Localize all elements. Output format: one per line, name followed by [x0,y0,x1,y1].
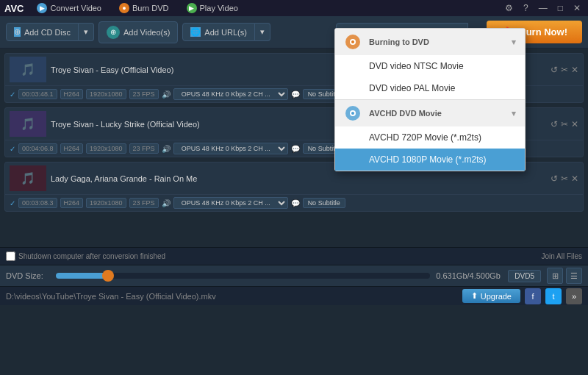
dvd-size-value: 0.631Gb/4.500Gb [436,271,502,280]
more-icon: » [572,292,576,301]
dvd-type-button[interactable]: DVD5 [508,270,541,282]
loop-icon[interactable]: ↺ [551,119,558,129]
status-bar: D:\videos\YouTube\Troye Sivan - Easy (Of… [0,286,588,305]
check-icon: ✓ [10,90,15,99]
add-url-group: 🌐 Add URL(s) ▾ [182,23,270,41]
burn-dvd-icon: ● [119,3,129,13]
burning-dvd-icon [344,33,362,51]
remove-icon[interactable]: ✕ [571,119,578,129]
svg-point-5 [351,112,354,115]
play-video-icon: ▶ [187,3,197,13]
title-nav: ▶ Convert Video ● Burn DVD ▶ Play Video [29,1,245,15]
shutdown-checkbox[interactable] [6,251,15,261]
loop-icon[interactable]: ↺ [551,174,558,184]
help-icon[interactable]: ? [520,2,531,14]
audio-select[interactable]: OPUS 48 KHz 0 Kbps 2 CH ... [173,88,288,100]
video-actions: ↺ ✂ ✕ [551,174,578,184]
add-cd-icon: ⊕ [14,27,21,37]
format-dropdown: Burning to DVD ▾ DVD video NTSC Movie DV… [334,28,526,171]
upgrade-button[interactable]: ⬆ Upgrade [462,289,520,303]
speaker-icon: 🔊 [162,199,171,207]
fps-badge: 23 FPS [129,198,159,208]
remove-icon[interactable]: ✕ [571,174,578,184]
subtitle-icon: 💬 [291,90,300,99]
duration-badge: 00:04:06.8 [18,143,57,154]
maximize-button[interactable]: □ [555,2,566,14]
resolution-badge: 1920x1080 [86,198,126,208]
app-logo: AVC [4,3,24,14]
add-videos-icon: ⊕ [107,26,120,39]
title-bar-left: AVC ▶ Convert Video ● Burn DVD ▶ Play Vi… [4,1,245,15]
dvd-list-icon[interactable]: ☰ [566,268,582,284]
cut-icon[interactable]: ✂ [561,119,568,129]
add-url-button[interactable]: 🌐 Add URL(s) [182,23,254,41]
dvd-size-bar: DVD Size: 0.631Gb/4.500Gb DVD5 ⊞ ☰ [0,265,588,286]
bottom-bar: Shutdown computer after conversion finis… [0,248,588,265]
minimize-button[interactable]: — [536,2,551,14]
dvd-progress-fill [56,273,108,279]
subtitle-badge[interactable]: No Subtitle [303,198,345,208]
fps-badge: 23 FPS [129,89,159,99]
codec-badge: H264 [60,143,84,154]
settings-icon[interactable]: ⚙ [502,2,516,14]
add-url-arrow[interactable]: ▾ [255,23,270,41]
audio-select[interactable]: OPUS 48 KHz 0 Kbps 2 CH ... [173,197,288,209]
loop-icon[interactable]: ↺ [551,65,558,75]
dvd-progress-track [56,273,430,279]
video-thumbnail: 🎵 [10,165,46,191]
codec-badge: H264 [60,198,84,208]
facebook-button[interactable]: f [525,288,541,304]
status-path: D:\videos\YouTube\Troye Sivan - Easy (Of… [6,292,216,301]
video-title: Lady Gaga, Ariana Grande - Rain On Me [51,174,546,183]
subtitle-icon: 💬 [291,145,300,153]
duration-badge: 00:03:08.3 [18,198,57,208]
add-videos-button[interactable]: ⊕ Add Video(s) [98,21,178,43]
dvd-icon-group: ⊞ ☰ [547,268,582,284]
resolution-badge: 1920x1080 [86,143,126,154]
more-button[interactable]: » [566,288,582,304]
video-actions: ↺ ✂ ✕ [551,119,578,129]
cut-icon[interactable]: ✂ [561,174,568,184]
speaker-icon: 🔊 [162,145,171,153]
add-cd-disc-arrow[interactable]: ▾ [79,23,94,41]
convert-video-icon: ▶ [37,3,47,13]
dropdown-item-720p[interactable]: AVCHD 720P Movie (*.m2ts) [335,126,525,149]
nav-play-video[interactable]: ▶ Play Video [179,1,245,15]
title-bar-right: ⚙ ? — □ ✕ [502,2,584,14]
video-thumbnail: 🎵 [10,111,46,137]
duration-badge: 00:03:48.1 [18,89,57,99]
resolution-badge: 1920x1080 [86,89,126,99]
dropdown-item-1080p[interactable]: AVCHD 1080P Movie (*.m2ts) [335,149,525,171]
add-cd-disc-group: ⊕ Add CD Disc ▾ [6,23,94,41]
facebook-icon: f [531,292,534,301]
close-button[interactable]: ✕ [570,2,584,14]
nav-convert-video[interactable]: ▶ Convert Video [29,1,109,15]
shutdown-checkbox-label[interactable]: Shutdown computer after conversion finis… [6,251,165,261]
avchd-dvd-icon [344,104,362,122]
subtitle-icon: 💬 [291,199,300,207]
speaker-icon: 🔊 [162,90,171,99]
check-icon: ✓ [10,145,15,153]
audio-select[interactable]: OPUS 48 KHz 0 Kbps 2 CH ... [173,143,288,154]
video-item-details: ✓ 00:03:08.3 H264 1920x1080 23 FPS 🔊 OPU… [5,195,583,211]
join-all-files-button[interactable]: Join All Files [541,252,582,260]
fps-badge: 23 FPS [129,143,159,154]
dropdown-item-ntsc[interactable]: DVD video NTSC Movie [335,55,525,77]
section-arrow-icon: ▾ [512,38,516,47]
cut-icon[interactable]: ✂ [561,65,568,75]
bottom-area: Shutdown computer after conversion finis… [0,247,588,286]
nav-burn-dvd[interactable]: ● Burn DVD [112,1,176,15]
remove-icon[interactable]: ✕ [571,65,578,75]
dvd-progress-thumb[interactable] [102,270,114,282]
add-cd-disc-button[interactable]: ⊕ Add CD Disc [6,23,79,41]
dropdown-section-avchd: AVCHD DVD Movie ▾ [335,99,525,126]
dvd-grid-icon[interactable]: ⊞ [547,268,563,284]
dropdown-item-pal[interactable]: DVD video PAL Movie [335,77,525,99]
section-arrow-icon: ▾ [512,109,516,118]
video-thumbnail: 🎵 [10,57,46,82]
upgrade-icon: ⬆ [471,291,478,301]
twitter-button[interactable]: t [545,288,562,304]
check-icon: ✓ [10,199,15,207]
dropdown-section-burning: Burning to DVD ▾ [335,29,525,55]
twitter-icon: t [552,292,554,301]
